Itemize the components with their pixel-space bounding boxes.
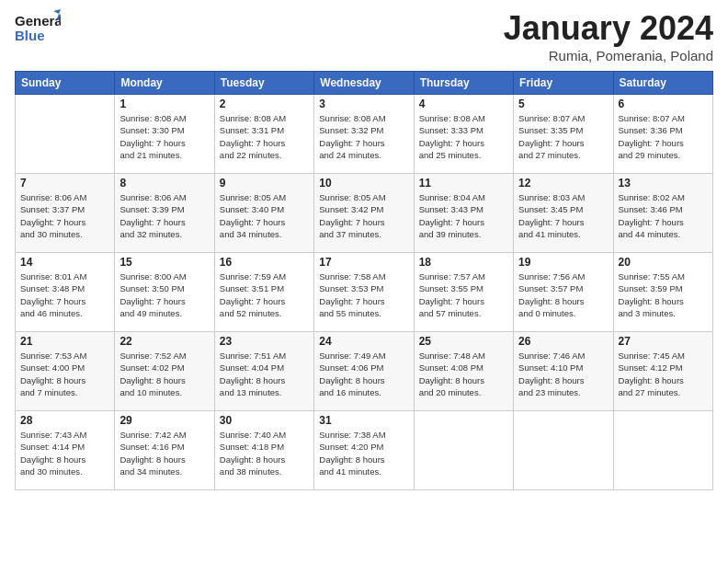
calendar-cell: 12Sunrise: 8:03 AM Sunset: 3:45 PM Dayli…	[514, 174, 613, 253]
week-row-3: 14Sunrise: 8:01 AM Sunset: 3:48 PM Dayli…	[16, 253, 713, 332]
day-number: 30	[220, 414, 309, 427]
week-row-4: 21Sunrise: 7:53 AM Sunset: 4:00 PM Dayli…	[16, 332, 713, 411]
calendar-cell: 14Sunrise: 8:01 AM Sunset: 3:48 PM Dayli…	[16, 253, 115, 332]
calendar-cell: 21Sunrise: 7:53 AM Sunset: 4:00 PM Dayli…	[16, 332, 115, 411]
day-number: 6	[619, 98, 708, 110]
week-row-2: 7Sunrise: 8:06 AM Sunset: 3:37 PM Daylig…	[16, 174, 713, 253]
calendar-cell: 20Sunrise: 7:55 AM Sunset: 3:59 PM Dayli…	[613, 253, 712, 332]
calendar-cell: 15Sunrise: 8:00 AM Sunset: 3:50 PM Dayli…	[115, 253, 214, 332]
cell-info: Sunrise: 8:05 AM Sunset: 3:40 PM Dayligh…	[220, 191, 309, 240]
day-number: 3	[319, 98, 408, 110]
day-number: 27	[619, 335, 708, 348]
day-number: 16	[220, 256, 309, 269]
cell-info: Sunrise: 8:06 AM Sunset: 3:39 PM Dayligh…	[119, 191, 209, 240]
calendar-cell: 11Sunrise: 8:04 AM Sunset: 3:43 PM Dayli…	[414, 174, 513, 253]
day-number: 7	[20, 177, 109, 190]
subtitle: Rumia, Pomerania, Poland	[504, 48, 713, 63]
day-number: 22	[119, 335, 209, 348]
cell-info: Sunrise: 8:08 AM Sunset: 3:32 PM Dayligh…	[319, 112, 408, 161]
calendar-cell: 5Sunrise: 8:07 AM Sunset: 3:35 PM Daylig…	[514, 95, 613, 174]
cell-info: Sunrise: 8:07 AM Sunset: 3:35 PM Dayligh…	[518, 112, 608, 161]
header-sunday: Sunday	[16, 72, 115, 95]
day-number: 25	[419, 335, 508, 348]
header-saturday: Saturday	[613, 72, 712, 95]
day-number: 4	[419, 98, 508, 110]
logo-svg: GeneralBlue	[15, 9, 61, 48]
calendar-cell: 9Sunrise: 8:05 AM Sunset: 3:40 PM Daylig…	[214, 174, 313, 253]
day-number: 12	[518, 177, 608, 190]
cell-info: Sunrise: 7:40 AM Sunset: 4:18 PM Dayligh…	[220, 429, 309, 477]
cell-info: Sunrise: 8:08 AM Sunset: 3:31 PM Dayligh…	[220, 112, 309, 161]
calendar-cell: 30Sunrise: 7:40 AM Sunset: 4:18 PM Dayli…	[214, 411, 313, 490]
day-number: 28	[20, 414, 109, 427]
calendar-cell: 10Sunrise: 8:05 AM Sunset: 3:42 PM Dayli…	[314, 174, 414, 253]
cell-info: Sunrise: 8:03 AM Sunset: 3:45 PM Dayligh…	[518, 191, 608, 240]
day-number: 14	[20, 256, 109, 269]
week-row-5: 28Sunrise: 7:43 AM Sunset: 4:14 PM Dayli…	[16, 411, 713, 490]
cell-info: Sunrise: 7:45 AM Sunset: 4:12 PM Dayligh…	[619, 350, 708, 398]
calendar-cell: 16Sunrise: 7:59 AM Sunset: 3:51 PM Dayli…	[214, 253, 313, 332]
month-title: January 2024	[504, 9, 713, 48]
day-number: 15	[119, 256, 209, 269]
day-number: 11	[419, 177, 508, 190]
day-number: 9	[220, 177, 309, 190]
calendar-cell: 19Sunrise: 7:56 AM Sunset: 3:57 PM Dayli…	[514, 253, 613, 332]
cell-info: Sunrise: 7:43 AM Sunset: 4:14 PM Dayligh…	[20, 429, 109, 477]
day-number: 23	[220, 335, 309, 348]
svg-text:Blue: Blue	[15, 28, 45, 43]
calendar-cell: 27Sunrise: 7:45 AM Sunset: 4:12 PM Dayli…	[613, 332, 712, 411]
calendar-cell: 7Sunrise: 8:06 AM Sunset: 3:37 PM Daylig…	[16, 174, 115, 253]
day-number: 10	[319, 177, 408, 190]
day-number: 26	[518, 335, 608, 348]
cell-info: Sunrise: 8:07 AM Sunset: 3:36 PM Dayligh…	[619, 112, 708, 161]
calendar-cell: 31Sunrise: 7:38 AM Sunset: 4:20 PM Dayli…	[314, 411, 414, 490]
cell-info: Sunrise: 7:55 AM Sunset: 3:59 PM Dayligh…	[619, 270, 708, 319]
header-wednesday: Wednesday	[314, 72, 414, 95]
day-number: 19	[518, 256, 608, 269]
calendar-cell: 26Sunrise: 7:46 AM Sunset: 4:10 PM Dayli…	[514, 332, 613, 411]
cell-info: Sunrise: 7:48 AM Sunset: 4:08 PM Dayligh…	[419, 350, 508, 398]
weekday-header-row: Sunday Monday Tuesday Wednesday Thursday…	[16, 72, 713, 95]
cell-info: Sunrise: 7:57 AM Sunset: 3:55 PM Dayligh…	[419, 270, 508, 319]
header: GeneralBlue January 2024 Rumia, Pomerani…	[15, 9, 713, 63]
cell-info: Sunrise: 8:08 AM Sunset: 3:30 PM Dayligh…	[119, 112, 209, 161]
cell-info: Sunrise: 8:00 AM Sunset: 3:50 PM Dayligh…	[119, 270, 209, 319]
day-number: 13	[619, 177, 708, 190]
day-number: 2	[220, 98, 309, 110]
logo: GeneralBlue	[15, 9, 61, 48]
day-number: 1	[119, 98, 209, 110]
cell-info: Sunrise: 7:52 AM Sunset: 4:02 PM Dayligh…	[119, 350, 209, 398]
day-number: 8	[119, 177, 209, 190]
cell-info: Sunrise: 8:05 AM Sunset: 3:42 PM Dayligh…	[319, 191, 408, 240]
calendar-cell: 29Sunrise: 7:42 AM Sunset: 4:16 PM Dayli…	[115, 411, 214, 490]
calendar-cell	[613, 411, 712, 490]
cell-info: Sunrise: 8:06 AM Sunset: 3:37 PM Dayligh…	[20, 191, 109, 240]
calendar-cell: 13Sunrise: 8:02 AM Sunset: 3:46 PM Dayli…	[613, 174, 712, 253]
calendar-cell: 2Sunrise: 8:08 AM Sunset: 3:31 PM Daylig…	[214, 95, 313, 174]
calendar-cell	[16, 95, 115, 174]
title-area: January 2024 Rumia, Pomerania, Poland	[504, 9, 713, 63]
calendar-cell	[514, 411, 613, 490]
page: GeneralBlue January 2024 Rumia, Pomerani…	[0, 0, 728, 500]
header-tuesday: Tuesday	[214, 72, 313, 95]
header-friday: Friday	[514, 72, 613, 95]
cell-info: Sunrise: 7:46 AM Sunset: 4:10 PM Dayligh…	[518, 350, 608, 398]
cell-info: Sunrise: 7:38 AM Sunset: 4:20 PM Dayligh…	[319, 429, 408, 477]
cell-info: Sunrise: 7:58 AM Sunset: 3:53 PM Dayligh…	[319, 270, 408, 319]
calendar-cell: 23Sunrise: 7:51 AM Sunset: 4:04 PM Dayli…	[214, 332, 313, 411]
calendar-cell: 24Sunrise: 7:49 AM Sunset: 4:06 PM Dayli…	[314, 332, 414, 411]
day-number: 24	[319, 335, 408, 348]
cell-info: Sunrise: 8:02 AM Sunset: 3:46 PM Dayligh…	[619, 191, 708, 240]
day-number: 5	[518, 98, 608, 110]
cell-info: Sunrise: 7:49 AM Sunset: 4:06 PM Dayligh…	[319, 350, 408, 398]
calendar-cell: 28Sunrise: 7:43 AM Sunset: 4:14 PM Dayli…	[16, 411, 115, 490]
cell-info: Sunrise: 8:04 AM Sunset: 3:43 PM Dayligh…	[419, 191, 508, 240]
svg-text:General: General	[15, 13, 61, 29]
calendar-cell: 1Sunrise: 8:08 AM Sunset: 3:30 PM Daylig…	[115, 95, 214, 174]
calendar-cell: 3Sunrise: 8:08 AM Sunset: 3:32 PM Daylig…	[314, 95, 414, 174]
calendar-cell	[414, 411, 513, 490]
day-number: 17	[319, 256, 408, 269]
header-monday: Monday	[115, 72, 214, 95]
day-number: 20	[619, 256, 708, 269]
cell-info: Sunrise: 7:56 AM Sunset: 3:57 PM Dayligh…	[518, 270, 608, 319]
